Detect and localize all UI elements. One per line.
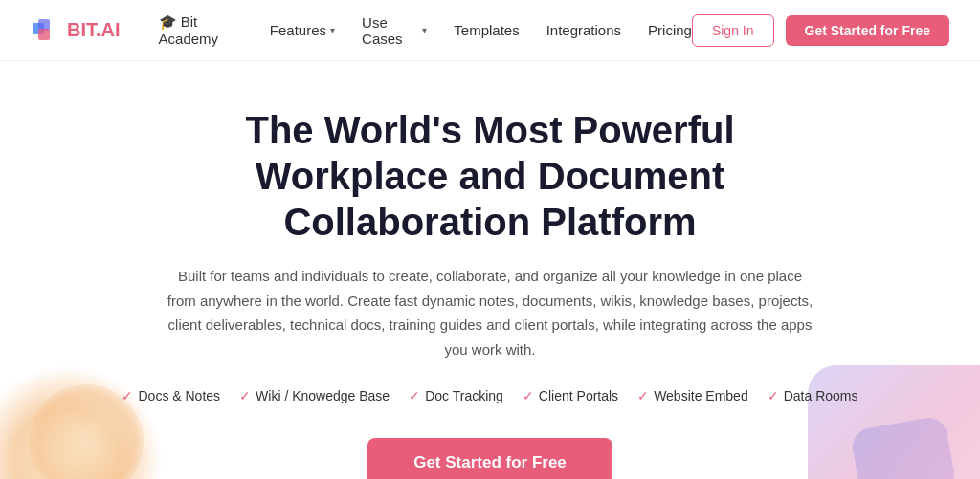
nav-features[interactable]: Features ▾	[270, 22, 335, 38]
badge-website-embed: ✓ Website Embed	[637, 388, 748, 403]
badge-wiki: ✓ Wiki / Knowedge Base	[239, 388, 390, 403]
badge-client-portals: ✓ Client Portals	[523, 388, 618, 403]
check-icon-wiki: ✓	[239, 388, 251, 403]
badge-docs: ✓ Docs & Notes	[122, 388, 220, 403]
check-icon-rooms: ✓	[768, 388, 779, 403]
hero-content: The World's Most Powerful Workplace and …	[0, 61, 980, 479]
logo-text: BIT.AI	[67, 19, 121, 41]
nav-getstarted-button[interactable]: Get Started for Free	[786, 15, 949, 46]
check-icon-portals: ✓	[523, 388, 534, 403]
svg-rect-2	[38, 29, 50, 40]
nav-integrations[interactable]: Integrations	[546, 22, 621, 38]
navbar: BIT.AI 🎓 Bit Academy Features ▾ Use Case…	[0, 0, 980, 61]
hero-title: The World's Most Powerful Workplace and …	[155, 107, 825, 245]
hero-getstarted-button[interactable]: Get Started for Free	[368, 438, 612, 479]
badge-data-rooms: ✓ Data Rooms	[768, 388, 858, 403]
signin-button[interactable]: Sign In	[692, 14, 774, 47]
check-icon-embed: ✓	[637, 388, 649, 403]
nav-actions: Sign In Get Started for Free	[692, 14, 949, 47]
logo[interactable]: BIT.AI	[31, 15, 121, 46]
features-chevron-icon: ▾	[330, 25, 335, 35]
hero-subtitle: Built for teams and individuals to creat…	[165, 264, 815, 361]
logo-icon	[31, 15, 61, 46]
feature-badges: ✓ Docs & Notes ✓ Wiki / Knowedge Base ✓ …	[122, 388, 858, 403]
use-cases-chevron-icon: ▾	[422, 25, 427, 35]
check-icon-tracking: ✓	[409, 388, 420, 403]
badge-doc-tracking: ✓ Doc Tracking	[409, 388, 503, 403]
nav-use-cases[interactable]: Use Cases ▾	[362, 14, 427, 47]
nav-templates[interactable]: Templates	[454, 22, 519, 38]
hero-section: The World's Most Powerful Workplace and …	[0, 61, 980, 479]
nav-links: 🎓 Bit Academy Features ▾ Use Cases ▾ Tem…	[159, 13, 692, 47]
nav-pricing[interactable]: Pricing	[648, 22, 692, 38]
check-icon-docs: ✓	[122, 388, 133, 403]
nav-academy[interactable]: 🎓 Bit Academy	[159, 13, 243, 47]
